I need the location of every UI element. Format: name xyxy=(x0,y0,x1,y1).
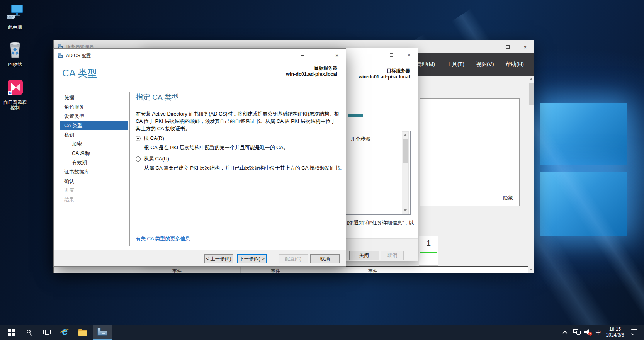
radio-label: 从属 CA(U) xyxy=(144,155,169,162)
ime-indicator: 中 xyxy=(596,329,602,336)
menu-view[interactable]: 视图(V) xyxy=(476,61,494,68)
more-info-link[interactable]: 有关 CA 类型的更多信息 xyxy=(136,235,190,242)
tray-show-hidden-icons-button[interactable] xyxy=(560,325,571,340)
nav-item-ca-type[interactable]: CA 类型 xyxy=(60,121,128,130)
adcs-header: CA 类型 目标服务器 win-dc01.ad-pisx.local xyxy=(54,62,346,88)
window-title: AD CS 配置 xyxy=(66,53,91,59)
next-button[interactable]: 下一步(N) > xyxy=(237,254,267,264)
tray-clock-button[interactable]: 18:15 2024/3/6 xyxy=(603,325,627,340)
radio-unselected-icon[interactable] xyxy=(136,156,141,162)
radio-root-ca[interactable]: 根 CA(R) xyxy=(136,135,164,142)
tile-row-events[interactable]: 事件 xyxy=(368,268,377,273)
nav-item-confirmation[interactable]: 确认 xyxy=(60,177,128,186)
notice-text-fragment: 的“通知”和“任务详细信息”，以 xyxy=(347,219,414,226)
clock-time: 18:15 xyxy=(606,326,624,332)
sunflower-remote-icon xyxy=(7,79,24,97)
desktop-icon-label: 向日葵远程控制 xyxy=(2,100,28,110)
dashboard-count-tile[interactable]: 1 xyxy=(419,236,438,266)
desktop-icon-recycle-bin[interactable]: 回收站 xyxy=(2,41,28,67)
target-server-block: 目标服务器 win-dc01.ad-pisx.local xyxy=(359,68,410,80)
radio-subordinate-ca-desc: 从属 CA 需要已建立 PKI 层次结构，并且已由层次结构中位于其上方的 CA … xyxy=(144,165,345,172)
minimize-icon xyxy=(489,47,493,47)
hide-link[interactable]: 隐藏 xyxy=(503,194,513,201)
close-button[interactable]: × xyxy=(517,40,534,53)
menu-manage[interactable]: 管理(M) xyxy=(416,61,435,68)
nav-item-private-key[interactable]: 私钥 xyxy=(60,130,128,139)
server-manager-icon xyxy=(97,328,107,336)
radio-root-ca-desc: 根 CA 是在 PKI 层次结构中配置的第一个并且可能是唯一的 CA。 xyxy=(144,144,288,151)
menu-help[interactable]: 帮助(H) xyxy=(506,61,524,68)
menu-tools[interactable]: 工具(T) xyxy=(447,61,464,68)
steps-text-fragment: 几个步骤 xyxy=(350,136,370,143)
scroll-up-icon xyxy=(530,78,533,80)
nav-item-validity-period[interactable]: 有效期 xyxy=(60,158,128,167)
tile-row-events[interactable]: 事件 xyxy=(172,268,182,273)
close-icon: × xyxy=(523,44,527,50)
previous-button[interactable]: < 上一步(P) xyxy=(204,254,233,264)
minimize-button[interactable] xyxy=(482,40,499,53)
maximize-button[interactable] xyxy=(311,49,328,62)
maximize-icon xyxy=(318,54,321,57)
cancel-button[interactable]: 取消 xyxy=(310,254,340,264)
cancel-button[interactable]: 取消 xyxy=(381,251,404,260)
close-button[interactable]: × xyxy=(328,49,346,62)
nav-item-ca-name[interactable]: CA 名称 xyxy=(60,149,128,158)
nav-item-credentials[interactable]: 凭据 xyxy=(60,93,128,102)
taskbar-server-manager-button[interactable] xyxy=(93,325,112,340)
minimize-icon xyxy=(301,55,304,56)
desktop-icon-label: 此电脑 xyxy=(2,24,28,30)
configure-button[interactable]: 配置(C) xyxy=(279,254,308,264)
server-manager-scrollbar[interactable] xyxy=(528,76,534,273)
radio-subordinate-ca[interactable]: 从属 CA(U) xyxy=(136,155,169,162)
minimize-button[interactable] xyxy=(294,49,311,62)
network-icon xyxy=(573,329,581,335)
adcs-config-dialog: AD CS 配置 × CA 类型 目标服务器 win-dc01.ad-pisx.… xyxy=(53,48,346,267)
scroll-down-icon xyxy=(404,209,407,211)
taskbar-file-explorer-button[interactable] xyxy=(74,325,92,340)
page-title: CA 类型 xyxy=(62,67,97,80)
tile-row-events[interactable]: 事件 xyxy=(271,268,280,273)
maximize-button[interactable] xyxy=(383,48,400,62)
radio-selected-icon[interactable] xyxy=(136,136,141,141)
notification-flyout-panel: 隐藏 xyxy=(420,98,520,206)
action-center-icon xyxy=(631,329,638,335)
nav-item-role-services[interactable]: 角色服务 xyxy=(60,102,128,112)
nav-item-cryptography[interactable]: 加密 xyxy=(60,139,128,149)
target-server-name: win-dc01.ad-pisx.local xyxy=(359,74,410,80)
tray-ime-button[interactable]: 中 xyxy=(593,325,603,340)
close-button[interactable]: × xyxy=(400,48,418,62)
task-view-button[interactable] xyxy=(38,325,56,340)
target-server-label: 目标服务器 xyxy=(359,68,410,74)
scrollbar-thumb[interactable] xyxy=(403,139,408,163)
wallpaper-logo-pane-bottom xyxy=(540,172,627,236)
wizard-page-content: 指定 CA 类型 在安装 Active Directory 证书服务(AD CS… xyxy=(136,88,340,250)
nav-item-setup-type[interactable]: 设置类型 xyxy=(60,112,128,121)
scroll-up-icon xyxy=(404,134,407,136)
internet-explorer-icon: e xyxy=(60,327,70,337)
target-server-label: 目标服务器 xyxy=(286,65,337,71)
wizard-nav: 凭据 角色服务 设置类型 CA 类型 私钥 加密 CA 名称 有效期 证书数据库… xyxy=(60,93,128,204)
action-center-button[interactable] xyxy=(627,325,642,340)
maximize-button[interactable] xyxy=(499,40,517,53)
scrollbar-thumb[interactable] xyxy=(529,83,534,105)
tray-network-button[interactable] xyxy=(571,325,583,340)
desktop-icon-this-pc[interactable]: 此电脑 xyxy=(2,4,28,30)
wallpaper-logo-pane-top xyxy=(540,103,627,165)
radio-label: 根 CA(R) xyxy=(144,135,164,142)
windows-logo-icon xyxy=(8,329,15,336)
desktop-icon-sunflower-remote[interactable]: 向日葵远程控制 xyxy=(2,79,28,110)
close-dialog-button[interactable]: 关闭 xyxy=(349,251,379,260)
page-intro-text: 在安装 Active Directory 证书服务(AD CS)时，将创建或扩展… xyxy=(136,110,340,132)
desktop-icon-label: 回收站 xyxy=(2,62,28,67)
adcs-footer: < 上一步(P) 下一步(N) > 配置(C) 取消 xyxy=(54,250,346,266)
adcs-body: 凭据 角色服务 设置类型 CA 类型 私钥 加密 CA 名称 有效期 证书数据库… xyxy=(54,88,346,250)
nav-item-certificate-database[interactable]: 证书数据库 xyxy=(60,167,128,177)
minimize-button[interactable] xyxy=(365,48,383,62)
tray-volume-button[interactable]: × xyxy=(583,325,594,340)
scroll-down-icon xyxy=(530,269,533,270)
panel-scrollbar[interactable] xyxy=(402,131,409,214)
taskbar-search-button[interactable] xyxy=(20,325,38,340)
start-button[interactable] xyxy=(3,325,20,340)
taskbar-ie-button[interactable]: e xyxy=(56,325,74,340)
tile-status-green-line xyxy=(420,252,437,253)
